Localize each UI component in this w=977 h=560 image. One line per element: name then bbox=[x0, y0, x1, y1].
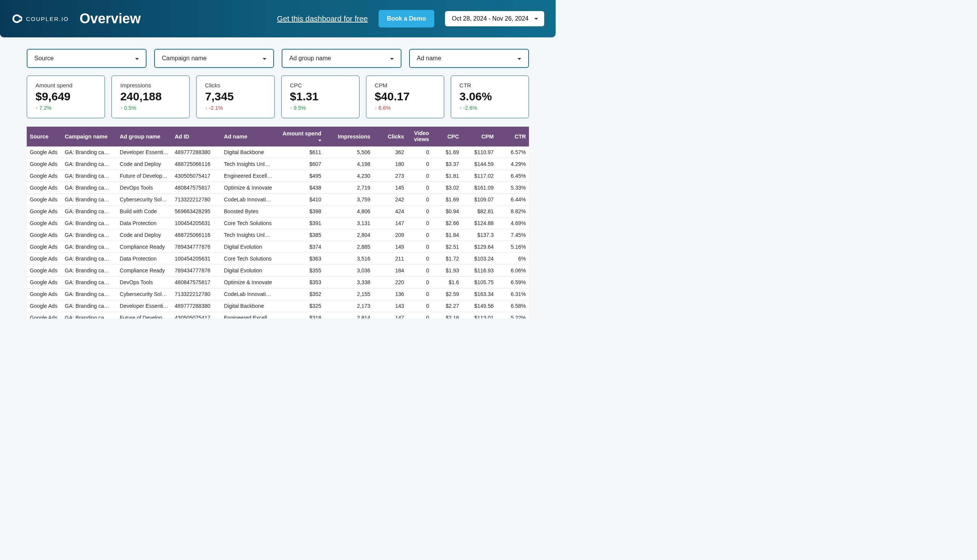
cell-adgroup: Developer Essentials bbox=[117, 147, 172, 158]
table-row[interactable]: Google AdsGA: Branding camp…Cybersecurit… bbox=[27, 194, 529, 206]
cell-adid: 713322212780 bbox=[172, 288, 221, 300]
cell-cpc: $2.66 bbox=[432, 217, 462, 229]
cell-impressions: 2,155 bbox=[324, 288, 374, 300]
table-row[interactable]: Google AdsGA: Branding camp…Code and Dep… bbox=[27, 158, 529, 170]
table-row[interactable]: Google AdsGA: Branding camp…Build with C… bbox=[27, 206, 529, 217]
cell-adgroup: Future of Develop… bbox=[117, 312, 172, 319]
cell-cpc: $3.37 bbox=[432, 158, 462, 170]
cell-ctr: 5.16% bbox=[496, 241, 529, 253]
cell-video-views: 0 bbox=[407, 217, 432, 229]
table-row[interactable]: Google AdsGA: Branding camp…Data Protect… bbox=[27, 253, 529, 265]
filter-ad-group-name[interactable]: Ad group name bbox=[282, 49, 401, 68]
col-adgroup[interactable]: Ad group name bbox=[117, 127, 172, 147]
cell-spend: $374 bbox=[276, 241, 324, 253]
table-row[interactable]: Google AdsGA: Branding camp…Future of De… bbox=[27, 170, 529, 182]
arrow-up-icon: ↑ bbox=[290, 105, 292, 111]
cell-video-views: 0 bbox=[407, 300, 432, 312]
brand-text: COUPLER.IO bbox=[26, 16, 69, 22]
table-row[interactable]: Google AdsGA: Branding camp…DevOps Tools… bbox=[27, 277, 529, 288]
data-table: Source Campaign name Ad group name Ad ID… bbox=[27, 127, 529, 318]
cell-campaign: GA: Branding camp… bbox=[62, 206, 117, 217]
filter-label: Campaign name bbox=[162, 55, 207, 62]
cell-clicks: 273 bbox=[373, 170, 407, 182]
col-amount-spend[interactable]: Amount spend bbox=[276, 127, 324, 147]
table-row[interactable]: Google AdsGA: Branding camp…Code and Dep… bbox=[27, 229, 529, 241]
cell-impressions: 3,338 bbox=[324, 277, 374, 288]
cell-adname: Digital Backbone bbox=[221, 147, 276, 158]
metric-label: Impressions bbox=[120, 82, 181, 88]
table-row[interactable]: Google AdsGA: Branding camp…Data Protect… bbox=[27, 217, 529, 229]
table-row[interactable]: Google AdsGA: Branding camp…Developer Es… bbox=[27, 147, 529, 158]
sort-desc-icon bbox=[318, 140, 321, 142]
col-source[interactable]: Source bbox=[27, 127, 62, 147]
cell-adgroup: Data Protection bbox=[117, 253, 172, 265]
cell-adgroup: Developer Essentials bbox=[117, 300, 172, 312]
cell-impressions: 2,719 bbox=[324, 182, 374, 194]
cell-adid: 480847575817 bbox=[172, 182, 221, 194]
col-ctr[interactable]: CTR bbox=[496, 127, 529, 147]
cell-campaign: GA: Branding camp… bbox=[62, 170, 117, 182]
col-video-views[interactable]: Videoviews bbox=[407, 127, 432, 147]
table-row[interactable]: Google AdsGA: Branding camp…Cybersecurit… bbox=[27, 288, 529, 300]
cell-impressions: 4,806 bbox=[324, 206, 374, 217]
date-range-picker[interactable]: Oct 28, 2024 - Nov 26, 2024 bbox=[445, 11, 544, 26]
cell-cpc: $1.69 bbox=[432, 147, 462, 158]
book-demo-button[interactable]: Book a Demo bbox=[379, 10, 434, 27]
cell-video-views: 0 bbox=[407, 229, 432, 241]
cell-adname: CodeLab Innovatio… bbox=[221, 288, 276, 300]
cell-cpc: $0.94 bbox=[432, 206, 462, 217]
filter-campaign-name[interactable]: Campaign name bbox=[154, 49, 274, 68]
cell-campaign: GA: Branding camp… bbox=[62, 277, 117, 288]
caret-down-icon bbox=[518, 58, 521, 60]
col-cpc[interactable]: CPC bbox=[432, 127, 462, 147]
cell-cpc: $2.27 bbox=[432, 300, 462, 312]
cell-ctr: 6.45% bbox=[496, 170, 529, 182]
metric-card: CTR3.06%↑ -2.6% bbox=[451, 75, 529, 118]
cell-campaign: GA: Branding camp… bbox=[62, 229, 117, 241]
metric-row: Amount spend$9,649↑ 7.2%Impressions240,1… bbox=[0, 74, 556, 127]
filter-source[interactable]: Source bbox=[27, 49, 147, 68]
cell-source: Google Ads bbox=[27, 253, 62, 265]
col-adname[interactable]: Ad name bbox=[221, 127, 276, 147]
cell-source: Google Ads bbox=[27, 147, 62, 158]
header: COUPLER.IO Overview Get this dashboard f… bbox=[0, 0, 556, 37]
cell-video-views: 0 bbox=[407, 277, 432, 288]
cell-source: Google Ads bbox=[27, 312, 62, 319]
metric-delta: ↑ -2.6% bbox=[459, 105, 520, 111]
table-row[interactable]: Google AdsGA: Branding camp…Developer Es… bbox=[27, 300, 529, 312]
caret-down-icon bbox=[135, 58, 139, 60]
cell-cpm: $129.64 bbox=[462, 241, 497, 253]
table-row[interactable]: Google AdsGA: Branding camp…DevOps Tools… bbox=[27, 182, 529, 194]
cell-cpc: $1.6 bbox=[432, 277, 462, 288]
cell-cpc: $2.59 bbox=[432, 288, 462, 300]
col-adid[interactable]: Ad ID bbox=[172, 127, 221, 147]
table-row[interactable]: Google AdsGA: Branding camp…Compliance R… bbox=[27, 265, 529, 277]
cell-adid: 100454205631 bbox=[172, 217, 221, 229]
col-campaign[interactable]: Campaign name bbox=[62, 127, 117, 147]
col-clicks[interactable]: Clicks bbox=[373, 127, 407, 147]
arrow-down-icon: ↓ bbox=[375, 105, 377, 111]
cell-video-views: 0 bbox=[407, 241, 432, 253]
table-row[interactable]: Google AdsGA: Branding camp…Future of De… bbox=[27, 312, 529, 319]
cell-adid: 713322212780 bbox=[172, 194, 221, 206]
cell-clicks: 184 bbox=[373, 265, 407, 277]
cell-adgroup: Cybersecurity Solut… bbox=[117, 288, 172, 300]
cell-clicks: 145 bbox=[373, 182, 407, 194]
cell-video-views: 0 bbox=[407, 194, 432, 206]
cell-source: Google Ads bbox=[27, 241, 62, 253]
cell-ctr: 6.44% bbox=[496, 194, 529, 206]
cell-clicks: 136 bbox=[373, 288, 407, 300]
cell-cpc: $2.51 bbox=[432, 241, 462, 253]
cell-cpm: $110.97 bbox=[462, 147, 497, 158]
cell-impressions: 2,173 bbox=[324, 300, 374, 312]
cell-source: Google Ads bbox=[27, 217, 62, 229]
table-row[interactable]: Google AdsGA: Branding camp…Compliance R… bbox=[27, 241, 529, 253]
get-dashboard-link[interactable]: Get this dashboard for free bbox=[277, 15, 368, 23]
cell-spend: $410 bbox=[276, 194, 324, 206]
filter-ad-name[interactable]: Ad name bbox=[409, 49, 529, 68]
cell-adid: 100454205631 bbox=[172, 253, 221, 265]
col-cpm[interactable]: CPM bbox=[462, 127, 497, 147]
cell-impressions: 3,131 bbox=[324, 217, 374, 229]
col-impressions[interactable]: Impressions bbox=[324, 127, 374, 147]
cell-clicks: 211 bbox=[373, 253, 407, 265]
